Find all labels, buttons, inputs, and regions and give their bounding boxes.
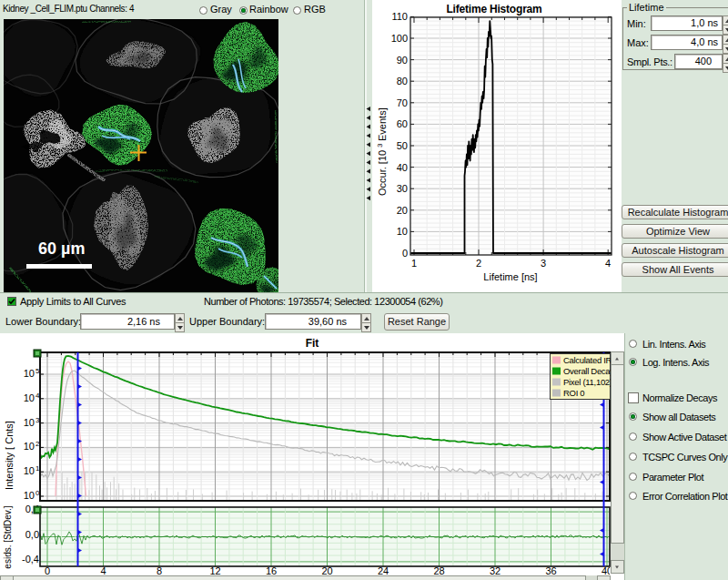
svg-text:10: 10 (397, 226, 408, 237)
svg-text:0: 0 (35, 489, 40, 497)
svg-text:110: 110 (391, 11, 408, 22)
svg-text:Intensity [ Cnts]: Intensity [ Cnts] (4, 421, 15, 490)
svg-text:70: 70 (397, 97, 408, 108)
svg-text:3: 3 (541, 258, 546, 269)
svg-text:80: 80 (397, 76, 408, 86)
svg-text:Events]: Events] (377, 107, 388, 141)
svg-text:10: 10 (24, 441, 35, 452)
svg-text:Calculated IRF: Calculated IRF (563, 355, 617, 365)
svg-text:10: 10 (24, 368, 35, 379)
svg-text:esids. [StdDev.]: esids. [StdDev.] (3, 505, 13, 569)
svg-text:1: 1 (35, 464, 40, 473)
svg-text:30: 30 (397, 183, 408, 194)
svg-text:20: 20 (397, 205, 408, 216)
svg-text:Lifetime [ns]: Lifetime [ns] (483, 271, 537, 282)
svg-text:ROI 0: ROI 0 (563, 388, 584, 398)
svg-text:50: 50 (397, 140, 408, 151)
svg-text:2: 2 (476, 258, 481, 269)
svg-text:10: 10 (24, 490, 35, 501)
svg-text:Pixel (11,102): Pixel (11,102) (563, 377, 612, 387)
svg-text:1: 1 (411, 258, 417, 269)
svg-text:10: 10 (24, 417, 35, 428)
svg-text:4: 4 (605, 258, 611, 269)
svg-text:100: 100 (391, 33, 408, 44)
svg-text:2: 2 (35, 440, 40, 448)
svg-text:5: 5 (35, 367, 40, 375)
svg-text:60: 60 (397, 118, 408, 129)
svg-text:-0,4: -0,4 (22, 554, 39, 565)
svg-text:Overall Decay: Overall Decay (563, 366, 614, 376)
svg-text:90: 90 (397, 55, 408, 66)
svg-text:10: 10 (24, 392, 35, 403)
svg-text:Fit: Fit (306, 337, 319, 350)
svg-text:0,0: 0,0 (25, 529, 39, 540)
svg-text:4: 4 (35, 392, 40, 400)
svg-text:3: 3 (35, 416, 40, 424)
svg-text:Occur. [10: Occur. [10 (377, 150, 388, 196)
svg-text:3: 3 (376, 143, 384, 148)
svg-text:Lifetime Histogram: Lifetime Histogram (446, 3, 541, 15)
svg-text:40: 40 (397, 162, 408, 173)
svg-text:60 µm: 60 µm (38, 239, 85, 258)
svg-text:10: 10 (24, 465, 35, 476)
svg-text:0: 0 (402, 248, 408, 259)
